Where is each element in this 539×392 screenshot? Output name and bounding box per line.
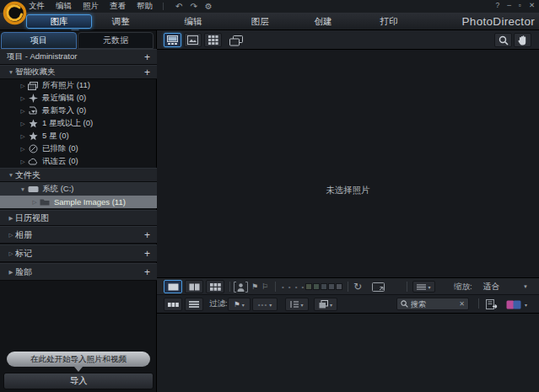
expand-icon[interactable]: ▷ [7,250,15,257]
collapse-icon[interactable]: ▼ [7,69,15,75]
rating-filter-dropdown[interactable]: ••• ▾ [252,298,278,311]
pan-tool-button[interactable] [514,33,531,47]
sidebar-item-five-star[interactable]: ▷ 5 星 (0) [0,130,157,142]
add-project-button[interactable]: + [144,52,150,62]
browser-view-button[interactable] [164,33,181,47]
expand-icon[interactable]: ▶ [7,269,15,276]
expand-icon[interactable]: ▷ [19,95,27,102]
import-button[interactable]: 导入 [3,373,154,389]
sidebar-item-latest-import[interactable]: ▷ 最新导入 (0) [0,105,157,117]
expand-icon[interactable]: ▷ [7,232,15,239]
app-logo-icon[interactable] [3,1,27,25]
tab-library[interactable]: 图库 [26,14,92,29]
clear-search-icon[interactable]: ✕ [459,300,465,308]
help-button[interactable]: ? [495,1,499,9]
sort-dropdown[interactable]: ▾ [285,298,309,311]
flag-reject-icon[interactable]: ⚐ [261,282,268,291]
single-view-button[interactable] [164,280,182,293]
color-label-4[interactable] [328,283,335,290]
tab-metadata[interactable]: 元数据 [78,32,154,49]
filmstrip-panel[interactable] [157,314,539,392]
add-smart-collection-button[interactable]: + [144,67,150,78]
expand-icon[interactable]: ▷ [19,158,27,165]
compare-mode-button[interactable] [229,34,243,47]
smart-collection-header[interactable]: ▼ 智能收藏夹 + [0,65,157,79]
photo-viewer-canvas[interactable]: 未选择照片 [157,50,539,277]
stack-dropdown[interactable]: ▾ [314,298,337,311]
color-label-2[interactable] [313,283,320,290]
tab-project[interactable]: 项目 [1,32,77,49]
collapse-icon[interactable]: ▼ [19,186,27,192]
search-box[interactable]: ✕ [396,298,469,310]
minimize-button[interactable]: – [507,1,511,9]
expand-icon[interactable]: ▶ [7,215,15,222]
add-album-button[interactable]: + [144,230,150,240]
export-button[interactable] [486,298,499,311]
folders-header[interactable]: ▼ 文件夹 [0,168,157,182]
rotate-icon[interactable]: ↻ [353,280,362,293]
redo-icon[interactable]: ↷ [190,2,197,11]
tab-layers[interactable]: 图层 [251,16,269,28]
calendar-view-header[interactable]: ▶ 日历视图 [0,210,157,226]
expand-icon[interactable]: ▷ [19,108,27,115]
sidebar-item-one-star-up[interactable]: ▷ 1 星或以上 (0) [0,117,157,130]
albums-header[interactable]: ▷ 相册 + [0,226,157,244]
expand-icon[interactable]: ▷ [19,146,27,153]
add-face-button[interactable]: + [144,267,150,277]
slideshow-button[interactable] [372,280,385,293]
grid-view-button[interactable] [204,33,222,47]
tab-edit[interactable]: 编辑 [185,16,202,28]
rating-dot[interactable]: • [288,283,291,291]
settings-gear-icon[interactable]: ⚙ [205,2,213,11]
expand-icon[interactable]: ▷ [19,83,27,89]
menu-photo[interactable]: 照片 [83,1,99,12]
excluded-icon [27,144,39,153]
sidebar-item-excluded[interactable]: ▷ 已排除 (0) [0,142,157,155]
folder-drive-c[interactable]: ▼ 系统 (C:) [0,182,157,196]
menu-edit[interactable]: 编辑 [56,1,72,12]
menu-file[interactable]: 文件 [29,1,45,12]
collapse-icon[interactable]: ▼ [7,172,15,178]
zoom-tool-button[interactable] [494,33,512,47]
faces-header[interactable]: ▶ 脸部 + [0,263,157,281]
tags-label: 标记 [15,248,32,260]
folder-sample-images[interactable]: ▷ Sample Images (11) [0,196,157,208]
rating-dot[interactable]: • [282,283,284,291]
menu-help[interactable]: 帮助 [137,1,153,12]
project-header[interactable]: 项目 - Administrator + [0,49,157,65]
sidebar-item-all-photos[interactable]: ▷ 所有照片 (11) [0,79,157,92]
list-view-button[interactable] [185,298,203,311]
tab-adjust[interactable]: 调整 [112,16,130,28]
color-label-3[interactable] [321,283,327,290]
tab-create[interactable]: 创建 [315,16,332,28]
zoom-level-dropdown[interactable]: 适合 ▼ [483,280,528,293]
menu-view[interactable]: 查看 [110,1,126,12]
expand-icon[interactable]: ▷ [30,199,39,206]
color-label-1[interactable] [305,283,312,290]
undo-icon[interactable]: ↶ [175,2,182,11]
dual-view-button[interactable] [185,280,203,293]
share-dropdown[interactable]: ▾ [506,298,527,311]
thumbnail-view-button[interactable] [164,298,182,311]
flag-pick-icon[interactable]: ⚑ [251,282,258,291]
view-options-button[interactable]: ▾ [412,281,435,293]
expand-icon[interactable]: ▷ [19,121,27,127]
maximize-button[interactable]: ▫ [519,1,521,9]
color-label-5[interactable] [336,283,342,290]
app-title: PhotoDirector [462,15,535,28]
close-button[interactable]: ✕ [529,1,535,9]
face-tag-button[interactable] [234,280,248,293]
expand-icon[interactable]: ▷ [19,133,27,140]
tags-header[interactable]: ▷ 标记 + [0,244,157,262]
flag-filter-dropdown[interactable]: ⚑ ▾ [228,298,251,311]
add-tag-button[interactable]: + [144,249,150,259]
rating-dot[interactable]: • [301,283,304,291]
viewer-view-button[interactable] [184,33,202,47]
multi-view-button[interactable] [206,280,224,293]
rating-dot[interactable]: • [295,283,298,291]
sidebar-item-recently-edited[interactable]: ▷ 最近编辑 (0) [0,92,157,105]
import-hint-tooltip[interactable]: 在此处开始导入照片和视频 [7,352,150,367]
sidebar-item-cyberlink-cloud[interactable]: ▷ 讯连云 (0) [0,155,157,168]
tab-print[interactable]: 打印 [380,16,398,28]
search-input[interactable] [411,300,456,309]
